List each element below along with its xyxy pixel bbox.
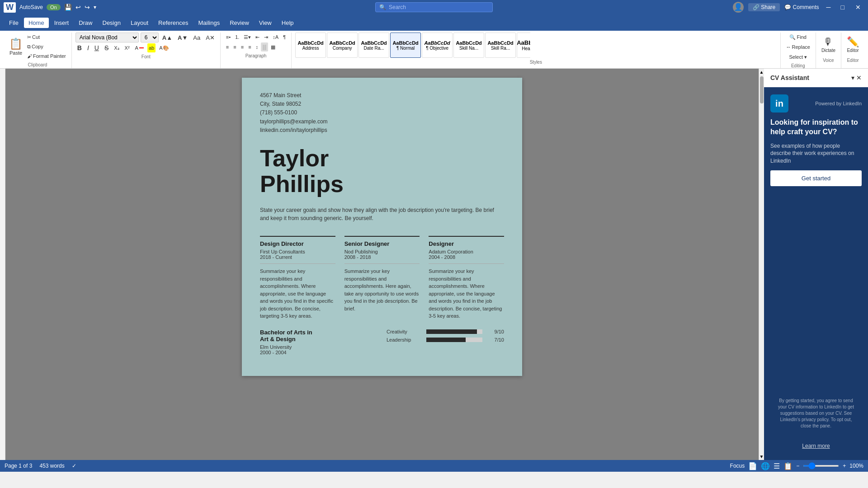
maximize-button[interactable]: □ bbox=[838, 4, 847, 11]
skill-bar-0 bbox=[426, 329, 482, 334]
skill-name-0: Creativity bbox=[387, 329, 423, 334]
find-button[interactable]: 🔍 Find bbox=[788, 33, 808, 42]
bold-button[interactable]: B bbox=[75, 43, 84, 52]
underline-button[interactable]: U bbox=[93, 43, 101, 52]
change-case-button[interactable]: Aa bbox=[191, 33, 202, 42]
editor-icon: ✏️ bbox=[847, 36, 859, 48]
borders-button[interactable]: ▦ bbox=[269, 42, 277, 52]
editor-button[interactable]: ✏️ Editor bbox=[845, 33, 861, 56]
cv-address: 4567 Main Street bbox=[260, 91, 504, 100]
menu-mailings[interactable]: Mailings bbox=[194, 18, 225, 28]
menu-draw[interactable]: Draw bbox=[74, 18, 97, 28]
menu-design[interactable]: Design bbox=[98, 18, 125, 28]
learn-more-button[interactable]: Learn more bbox=[770, 439, 862, 453]
cv-top-section: 4567 Main Street City, State 98052 (718)… bbox=[242, 78, 522, 376]
multilevel-button[interactable]: ☰▾ bbox=[242, 33, 253, 42]
scroll-thumb[interactable] bbox=[760, 76, 764, 103]
font-name-select[interactable]: Arial Nova (Bod bbox=[75, 33, 139, 42]
document-scroll[interactable]: 4567 Main Street City, State 98052 (718)… bbox=[5, 69, 759, 460]
skill-score-1: 7/10 bbox=[486, 337, 504, 343]
bullets-button[interactable]: ≡• bbox=[224, 33, 232, 42]
skill-row-0: Creativity 9/10 bbox=[387, 329, 504, 334]
menu-layout[interactable]: Layout bbox=[126, 18, 153, 28]
menu-help[interactable]: Help bbox=[277, 18, 298, 28]
style-company[interactable]: AaBbCcDd Company bbox=[327, 33, 358, 58]
line-spacing-button[interactable]: ↕ bbox=[254, 42, 260, 52]
menu-references[interactable]: References bbox=[154, 18, 193, 28]
focus-label[interactable]: Focus bbox=[730, 463, 745, 469]
customize-icon[interactable]: ▾ bbox=[94, 4, 96, 10]
clear-format-button[interactable]: A✕ bbox=[204, 33, 217, 42]
vertical-scrollbar[interactable]: ▲ ▼ bbox=[759, 69, 764, 460]
select-button[interactable]: Select ▾ bbox=[787, 52, 809, 61]
highlight-button[interactable]: ab bbox=[147, 43, 156, 52]
align-right-button[interactable]: ≡ bbox=[239, 42, 245, 52]
cv-job-2: Designer Adatum Corporation 2004 - 2008 … bbox=[429, 236, 504, 320]
cut-button[interactable]: ✂ Cut bbox=[25, 33, 68, 42]
view-print-button[interactable]: 📄 bbox=[748, 462, 757, 470]
justify-button[interactable]: ≡ bbox=[246, 42, 253, 52]
sort-button[interactable]: ↕A bbox=[271, 33, 280, 42]
replace-button[interactable]: ↔ Replace bbox=[784, 42, 812, 52]
align-left-button[interactable]: ≡ bbox=[224, 42, 231, 52]
cv-assistant-header: CV Assistant ▾ ✕ bbox=[764, 69, 868, 87]
cv-phone: (718) 555-0100 bbox=[260, 108, 504, 117]
subscript-button[interactable]: X₂ bbox=[112, 43, 121, 52]
show-marks-button[interactable]: ¶ bbox=[281, 33, 288, 42]
zoom-in-button[interactable]: + bbox=[843, 463, 846, 469]
menu-file[interactable]: File bbox=[5, 18, 23, 28]
search-box[interactable]: 🔍 Search bbox=[375, 2, 493, 12]
comments-button[interactable]: 💬 Comments bbox=[784, 4, 819, 10]
cv-assistant-title: CV Assistant bbox=[770, 74, 809, 81]
font-color-button[interactable]: A bbox=[133, 43, 146, 52]
increase-font-button[interactable]: A▲ bbox=[160, 33, 174, 42]
style-date[interactable]: AaBbCcDd Date Ra... bbox=[359, 33, 389, 58]
minimize-button[interactable]: ─ bbox=[824, 4, 834, 11]
menu-home[interactable]: Home bbox=[24, 18, 49, 28]
copy-button[interactable]: ⧉ Copy bbox=[25, 42, 68, 51]
decrease-indent-button[interactable]: ⇤ bbox=[254, 33, 261, 42]
align-center-button[interactable]: ≡ bbox=[231, 42, 238, 52]
menu-view[interactable]: View bbox=[255, 18, 276, 28]
style-address[interactable]: AaBbCcDd Address bbox=[295, 33, 326, 58]
undo-icon[interactable]: ↩ bbox=[75, 4, 81, 11]
cut-label: Cut bbox=[32, 34, 40, 40]
view-web-button[interactable]: 🌐 bbox=[761, 462, 770, 470]
cv-degree: Bachelor of Arts in Art & Design bbox=[260, 329, 377, 343]
shading-para-button[interactable]: ░ bbox=[261, 42, 268, 52]
view-draft-button[interactable]: 📋 bbox=[783, 462, 793, 470]
superscript-button[interactable]: X² bbox=[123, 43, 132, 52]
increase-indent-button[interactable]: ⇥ bbox=[262, 33, 270, 42]
paste-button[interactable]: 📋 Paste bbox=[7, 35, 24, 58]
font-size-select[interactable]: 6 bbox=[141, 33, 159, 42]
menu-insert[interactable]: Insert bbox=[50, 18, 74, 28]
cv-name-line2: Phillips bbox=[260, 171, 344, 197]
numbering-button[interactable]: 1. bbox=[233, 33, 241, 42]
italic-button[interactable]: I bbox=[85, 43, 91, 52]
menu-bar: File Home Insert Draw Design Layout Refe… bbox=[0, 14, 868, 31]
ribbon: 📋 Paste ✂ Cut ⧉ Copy 🖌 Format Painter Cl… bbox=[0, 31, 868, 69]
menu-review[interactable]: Review bbox=[225, 18, 254, 28]
dictate-button[interactable]: 🎙 Dictate bbox=[820, 33, 837, 56]
style-skill-name[interactable]: AaBbCcDd Skill Na... bbox=[453, 33, 484, 58]
style-normal[interactable]: AaBbCcDd ¶ Normal bbox=[390, 33, 421, 58]
shading-button[interactable]: A🎨 bbox=[157, 43, 170, 52]
format-painter-button[interactable]: 🖌 Format Painter bbox=[25, 52, 68, 61]
view-outline-button[interactable]: ☰ bbox=[774, 462, 780, 470]
redo-icon[interactable]: ↪ bbox=[85, 4, 90, 11]
zoom-slider[interactable] bbox=[803, 465, 839, 467]
zoom-out-button[interactable]: − bbox=[796, 463, 799, 469]
save-icon[interactable]: 💾 bbox=[64, 4, 72, 11]
cv-assistant-close-icon[interactable]: ✕ bbox=[856, 74, 862, 81]
get-started-button[interactable]: Get started bbox=[770, 170, 862, 186]
style-objective[interactable]: AaBbCcDd ¶ Objective bbox=[422, 33, 453, 58]
close-button[interactable]: ✕ bbox=[852, 4, 864, 11]
decrease-font-button[interactable]: A▼ bbox=[176, 33, 189, 42]
style-skill-rating[interactable]: AaBbCcDd Skill Ra... bbox=[485, 33, 516, 58]
style-heading1[interactable]: AaBbCcDd Heading 1 bbox=[517, 33, 530, 58]
strikethrough-button[interactable]: S bbox=[103, 43, 110, 52]
autosave-toggle[interactable]: On bbox=[47, 4, 61, 10]
para-row2: ≡ ≡ ≡ ≡ ↕ ░ ▦ bbox=[224, 42, 277, 52]
share-button[interactable]: 🔗 Share bbox=[748, 3, 780, 11]
cv-assistant-collapse-icon[interactable]: ▾ bbox=[851, 74, 854, 81]
